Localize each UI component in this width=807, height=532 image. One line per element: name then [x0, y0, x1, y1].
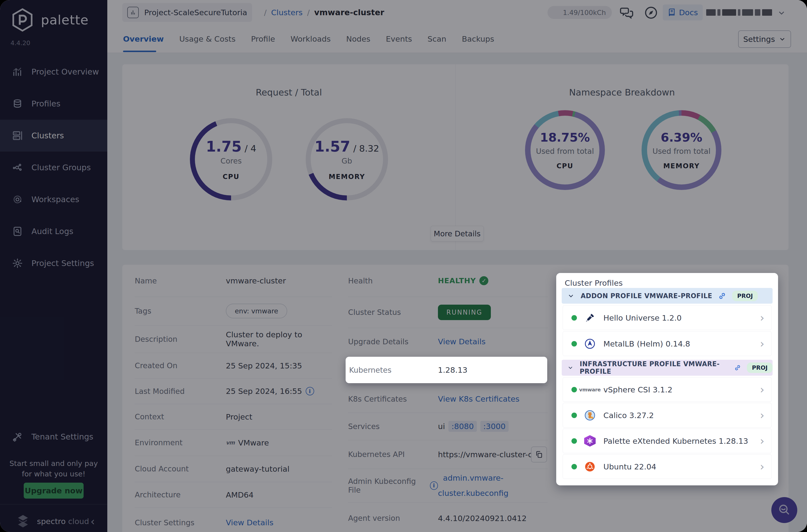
chevron-down-icon	[567, 364, 574, 372]
link-icon	[718, 292, 726, 300]
chevron-right-icon: ›	[760, 384, 764, 395]
project-scope-badge: PROJ	[747, 362, 773, 373]
project-scope-badge: PROJ	[732, 291, 758, 301]
cluster-profiles-panel: Cluster Profiles ADDON PROFILE VMWARE-PR…	[556, 273, 778, 486]
profile-pack-vsphere-csi[interactable]: vmware vSphere CSI 3.1.2 ›	[563, 377, 772, 402]
chevron-down-icon	[567, 292, 575, 300]
metallb-icon	[584, 338, 596, 350]
pack-status-dot	[571, 464, 577, 470]
chevron-right-icon: ›	[760, 312, 764, 323]
pack-status-dot	[571, 315, 577, 321]
profile-pack-palette-kubernetes[interactable]: Palette eXtended Kubernetes 1.28.13 ›	[563, 429, 772, 453]
pack-status-dot	[571, 341, 577, 346]
hello-universe-icon	[584, 312, 596, 324]
profile-pack-calico[interactable]: Calico 3.27.2 ›	[563, 403, 772, 428]
palette-app-window: palette 4.4.20 Project Overview Profiles…	[0, 0, 807, 532]
cluster-profiles-title: Cluster Profiles	[565, 279, 623, 287]
profile-pack-ubuntu[interactable]: Ubuntu 22.04 ›	[563, 454, 772, 479]
infrastructure-profile-header[interactable]: INFRASTRUCTURE PROFILE VMWARE-PROFILE PR…	[562, 360, 773, 376]
pack-status-dot	[571, 387, 577, 393]
vmware-icon: vmware	[584, 384, 596, 396]
chevron-right-icon: ›	[760, 436, 764, 446]
ubuntu-icon	[584, 461, 596, 473]
pack-status-dot	[571, 438, 577, 444]
kubernetes-version-spotlight-row[interactable]: Kubernetes 1.28.13	[346, 357, 547, 383]
addon-profile-header[interactable]: ADDON PROFILE VMWARE-PROFILE PROJ	[562, 288, 773, 304]
kubernetes-version-value: 1.28.13	[438, 365, 467, 375]
chevron-right-icon: ›	[760, 338, 764, 349]
palette-pxk-icon	[584, 435, 596, 447]
profile-pack-metallb[interactable]: MetalLB (Helm) 0.14.8 ›	[563, 331, 772, 356]
kubernetes-label: Kubernetes	[349, 366, 438, 375]
link-icon	[734, 364, 741, 372]
profile-pack-hello-universe[interactable]: Hello Universe 1.2.0 ›	[563, 305, 772, 330]
calico-icon	[584, 409, 596, 421]
chevron-right-icon: ›	[760, 410, 764, 421]
pack-status-dot	[571, 413, 577, 418]
chevron-right-icon: ›	[760, 461, 764, 472]
